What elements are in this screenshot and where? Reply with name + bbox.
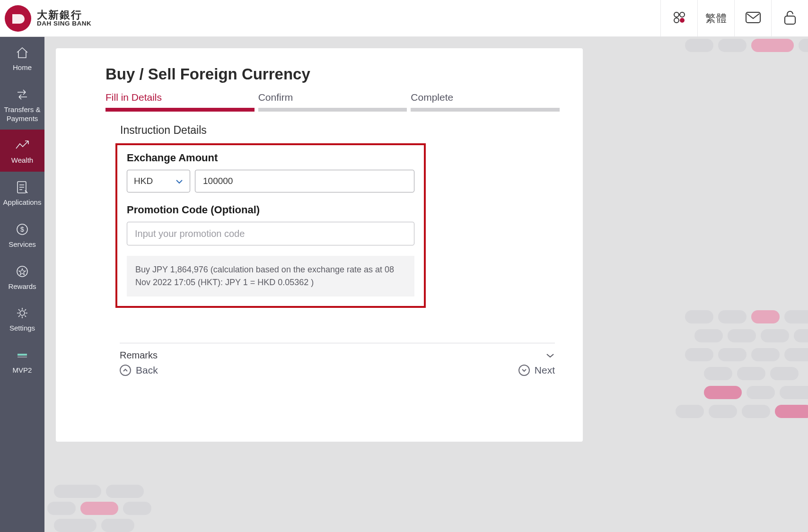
sidebar-item-label: MVP2 <box>13 366 32 375</box>
svg-point-10 <box>17 266 27 277</box>
remarks-toggle[interactable]: Remarks <box>120 350 555 361</box>
header-actions: 繁體 <box>660 0 808 36</box>
language-label: 繁體 <box>705 11 727 26</box>
step-bar <box>105 108 255 112</box>
sidebar-item-label: Services <box>9 240 36 249</box>
brand-name-en: DAH SING BANK <box>37 20 91 27</box>
gear-icon <box>16 305 29 321</box>
messages-button[interactable] <box>734 0 771 36</box>
sidebar-item-settings[interactable]: Settings <box>0 297 44 340</box>
next-button[interactable]: Next <box>518 365 555 376</box>
svg-text:$: $ <box>20 226 24 233</box>
sidebar-item-applications[interactable]: Applications <box>0 172 44 214</box>
sidebar-item-label: Rewards <box>8 282 36 291</box>
step-complete: Complete <box>411 92 560 112</box>
step-indicator: Fill in Details Confirm Complete <box>105 92 560 112</box>
form-nav-row: Back Next <box>120 365 555 376</box>
step-label: Complete <box>411 92 560 103</box>
svg-point-11 <box>20 311 25 315</box>
services-icon: $ <box>16 221 29 237</box>
lock-icon <box>784 10 796 27</box>
content-card: Buy / Sell Foreign Currency Fill in Deta… <box>56 48 583 442</box>
chevron-down-icon <box>176 176 183 186</box>
promo-code-input[interactable] <box>127 222 414 245</box>
instruction-form-highlight: Exchange Amount HKD Promotion Code (Opti… <box>115 143 426 308</box>
rewards-icon <box>16 263 29 279</box>
step-label: Confirm <box>258 92 407 103</box>
step-bar <box>258 108 407 112</box>
step-bar <box>411 108 560 112</box>
promo-code-label: Promotion Code (Optional) <box>127 204 414 216</box>
currency-selected-value: HKD <box>134 176 153 186</box>
lock-button[interactable] <box>771 0 808 36</box>
currency-select[interactable]: HKD <box>127 170 190 192</box>
svg-point-3 <box>674 18 679 23</box>
page-title: Buy / Sell Foreign Currency <box>105 65 583 83</box>
wealth-icon <box>15 137 30 153</box>
home-icon <box>15 44 29 61</box>
mvp2-icon <box>17 347 28 363</box>
svg-rect-5 <box>746 12 760 23</box>
sidebar-item-label: Applications <box>3 198 42 207</box>
apps-button[interactable] <box>660 0 697 36</box>
svg-rect-13 <box>18 357 27 358</box>
sidebar-item-rewards[interactable]: Rewards <box>0 256 44 298</box>
step-label: Fill in Details <box>105 92 255 103</box>
chevron-down-icon <box>545 350 555 361</box>
sidebar-item-label: Transfers & Payments <box>2 105 43 123</box>
next-label: Next <box>535 365 555 376</box>
app-header: 大新銀行 DAH SING BANK 繁體 <box>0 0 808 37</box>
svg-rect-6 <box>785 16 795 24</box>
decor-pills-top <box>666 37 808 56</box>
arrow-up-circle-icon <box>120 365 131 376</box>
remarks-label: Remarks <box>120 350 158 361</box>
apps-grid-icon <box>672 10 686 26</box>
language-toggle[interactable]: 繁體 <box>697 0 734 36</box>
exchange-amount-input[interactable] <box>195 170 414 192</box>
transfer-icon <box>15 87 29 103</box>
brand-text: 大新銀行 DAH SING BANK <box>37 9 91 27</box>
back-label: Back <box>136 365 158 376</box>
sidebar-item-home[interactable]: Home <box>0 37 44 79</box>
exchange-amount-label: Exchange Amount <box>127 152 414 164</box>
svg-point-1 <box>674 12 679 17</box>
decor-pills-right <box>666 310 808 462</box>
svg-point-4 <box>680 18 685 23</box>
sidebar-item-mvp2[interactable]: MVP2 <box>0 340 44 382</box>
svg-rect-12 <box>18 354 27 356</box>
sidebar-item-services[interactable]: $ Services <box>0 214 44 256</box>
sidebar-item-label: Home <box>13 63 32 72</box>
sidebar-item-transfers[interactable]: Transfers & Payments <box>0 79 44 130</box>
sidebar-nav: Home Transfers & Payments Wealth Applica… <box>0 37 44 532</box>
arrow-down-circle-icon <box>518 365 530 376</box>
applications-icon <box>16 179 29 195</box>
back-button[interactable]: Back <box>120 365 158 376</box>
brand-mark-icon <box>4 4 32 33</box>
mail-icon <box>746 12 761 25</box>
sidebar-item-wealth[interactable]: Wealth <box>0 130 44 172</box>
exchange-rate-banner: Buy JPY 1,864,976 (calculation based on … <box>127 256 414 297</box>
sidebar-item-label: Wealth <box>11 156 33 165</box>
section-title: Instruction Details <box>120 124 583 137</box>
svg-point-2 <box>680 12 685 17</box>
step-fill-in-details: Fill in Details <box>105 92 255 112</box>
step-confirm: Confirm <box>258 92 407 112</box>
sidebar-item-label: Settings <box>9 324 35 333</box>
brand-logo: 大新銀行 DAH SING BANK <box>0 4 91 33</box>
brand-name-zh: 大新銀行 <box>37 9 91 20</box>
divider <box>120 343 555 343</box>
